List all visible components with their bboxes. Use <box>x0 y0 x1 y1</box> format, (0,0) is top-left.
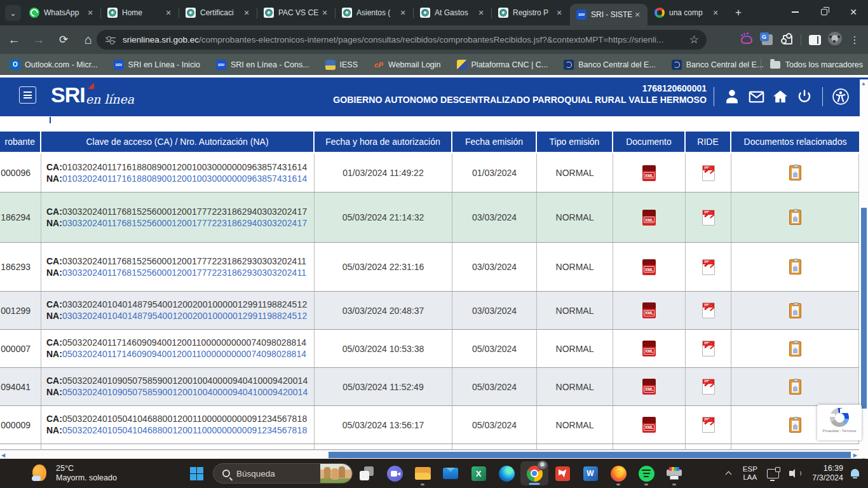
bookmark-item[interactable]: IESS <box>322 58 362 72</box>
xml-file-icon[interactable] <box>642 302 656 318</box>
pdf-file-icon[interactable] <box>702 210 715 226</box>
mail-app-icon[interactable] <box>437 461 465 486</box>
back-button[interactable]: ← <box>3 29 25 51</box>
window-minimize-button[interactable] <box>780 0 810 24</box>
edge-icon[interactable] <box>492 461 520 486</box>
xml-file-icon[interactable] <box>642 379 656 395</box>
accessibility-icon[interactable] <box>829 85 853 108</box>
home-button[interactable]: ⌂ <box>78 29 99 51</box>
autorizacion-link[interactable]: 0303202401176815256000120017772231862930… <box>62 268 306 278</box>
horizontal-scrollbar[interactable]: ◀ ▶ <box>0 450 859 459</box>
tab-search-chevron-button[interactable]: ⌄ <box>5 5 21 21</box>
tab-close-icon[interactable]: ✕ <box>398 8 408 18</box>
spotify-icon[interactable] <box>632 461 660 486</box>
vertical-scrollbar-thumb[interactable] <box>861 208 867 409</box>
taskbar-search[interactable]: Búsqueda <box>213 463 353 484</box>
browser-tab-5[interactable]: Asientos (✕ <box>336 2 413 24</box>
user-icon[interactable] <box>720 85 744 108</box>
xml-file-icon[interactable] <box>642 417 656 433</box>
xml-file-icon[interactable] <box>642 259 656 275</box>
autorizacion-link[interactable]: 0303202401176815256000120017772231862940… <box>62 218 307 228</box>
related-documents-icon[interactable] <box>789 165 801 180</box>
related-documents-icon[interactable] <box>789 259 801 274</box>
tab-close-icon[interactable]: ✕ <box>241 8 252 18</box>
tab-close-icon[interactable]: ✕ <box>554 8 564 18</box>
xml-file-icon[interactable] <box>642 165 656 181</box>
profile-avatar[interactable] <box>825 30 845 50</box>
file-explorer-icon[interactable] <box>409 461 437 486</box>
autorizacion-link[interactable]: 0103202401171618808900120010030000000963… <box>62 173 307 184</box>
browser-tab-4[interactable]: PAC VS CE✕ <box>257 2 335 24</box>
chrome-icon[interactable] <box>520 461 548 485</box>
tab-close-icon[interactable]: ✕ <box>85 8 95 18</box>
pdf-file-icon[interactable] <box>702 259 715 275</box>
browser-tab-3[interactable]: Certificaci✕ <box>179 2 257 24</box>
related-documents-icon[interactable] <box>789 417 801 433</box>
new-tab-button[interactable]: + <box>729 4 747 22</box>
firefox-icon[interactable] <box>604 461 632 486</box>
related-documents-icon[interactable] <box>789 303 801 318</box>
power-icon[interactable] <box>792 85 817 108</box>
bookmark-item[interactable]: OOutlook.com - Micr... <box>6 58 102 72</box>
window-close-button[interactable]: ✕ <box>839 0 868 24</box>
browser-tab-1[interactable]: WhatsApp✕ <box>23 2 100 24</box>
browser-tab-8[interactable]: SRISRI - SISTE✕ <box>570 4 648 25</box>
scroll-up-arrow[interactable]: ▲ <box>861 81 866 86</box>
reload-button[interactable]: ⟳ <box>53 29 74 51</box>
pdf-file-icon[interactable] <box>702 341 715 356</box>
related-documents-icon[interactable] <box>789 341 801 356</box>
extension-paw-icon[interactable] <box>736 30 757 50</box>
home-icon[interactable] <box>768 85 792 108</box>
pdf-file-icon[interactable] <box>702 379 715 395</box>
bookmark-item[interactable]: cPWebmail Login <box>370 58 444 72</box>
extensions-puzzle-icon[interactable] <box>777 30 797 50</box>
autorizacion-link[interactable]: 0503202401050410468800120011000000000091… <box>62 425 307 435</box>
pdf-file-icon[interactable] <box>702 417 715 433</box>
volume-icon[interactable] <box>789 468 803 479</box>
site-info-icon[interactable] <box>105 35 116 45</box>
tray-chevron-icon[interactable] <box>719 469 738 478</box>
pdf-file-icon[interactable] <box>702 302 715 318</box>
extension-translate-icon[interactable] <box>757 30 777 50</box>
related-documents-icon[interactable] <box>789 210 801 225</box>
taskbar-weather-widget[interactable]: 25°C Mayorm. soleado <box>31 459 117 488</box>
tab-close-icon[interactable]: ✕ <box>476 8 486 18</box>
recaptcha-badge[interactable]: Privacidad - Términos <box>817 405 862 440</box>
forward-button[interactable]: → <box>28 29 50 51</box>
bookmark-item[interactable]: SRISRI en Línea - Inicio <box>110 58 204 72</box>
tab-close-icon[interactable]: ✕ <box>163 8 173 18</box>
bookmark-star-icon[interactable]: ☆ <box>689 33 699 46</box>
browser-tab-6[interactable]: At Gastos✕ <box>414 2 491 24</box>
window-restore-button[interactable] <box>810 0 839 24</box>
related-documents-icon[interactable] <box>789 379 801 395</box>
browser-menu-icon[interactable]: ⋮ <box>845 30 864 50</box>
horizontal-scrollbar-thumb[interactable] <box>329 452 851 458</box>
tab-close-icon[interactable]: ✕ <box>710 8 721 18</box>
bookmark-item[interactable]: Plataforma CNC | C... <box>453 58 552 72</box>
address-bar[interactable]: srienlinea.sri.gob.ec/comprobantes-elect… <box>97 30 707 50</box>
notification-bell-icon[interactable] <box>850 468 860 478</box>
mail-icon[interactable] <box>744 85 768 108</box>
bookmark-item[interactable]: SRISRI en Línea - Cons... <box>212 58 313 72</box>
vertical-scrollbar[interactable]: ▲ ▼ <box>860 79 868 459</box>
autorizacion-link[interactable]: 0303202401040148795400120020010000012991… <box>62 311 307 321</box>
language-indicator[interactable]: ESP LAA <box>738 465 762 482</box>
printer-app-icon[interactable] <box>660 461 688 486</box>
pdf-file-icon[interactable] <box>702 165 715 181</box>
all-bookmarks-label[interactable]: Todos los marcadores <box>785 60 863 69</box>
task-view-button[interactable] <box>353 461 381 486</box>
autorizacion-link[interactable]: 0503202401090507585900120010040000940410… <box>62 387 308 397</box>
network-icon[interactable] <box>767 469 779 478</box>
scroll-left-arrow[interactable]: ◀ <box>1 452 5 458</box>
bookmark-item[interactable]: Banco Central del E... <box>668 58 768 72</box>
word-icon[interactable]: W <box>576 461 604 486</box>
start-button[interactable] <box>182 461 210 486</box>
menu-hamburger-icon[interactable] <box>19 86 36 104</box>
xml-file-icon[interactable] <box>642 210 656 226</box>
browser-tab-2[interactable]: Home✕ <box>101 2 179 24</box>
pdf-app-icon[interactable] <box>548 461 576 486</box>
browser-tab-9[interactable]: una comp✕ <box>648 2 726 24</box>
chat-app-icon[interactable] <box>381 461 409 486</box>
autorizacion-link[interactable]: 0503202401171460909400120011000000000074… <box>62 349 306 359</box>
xml-file-icon[interactable] <box>642 341 656 356</box>
